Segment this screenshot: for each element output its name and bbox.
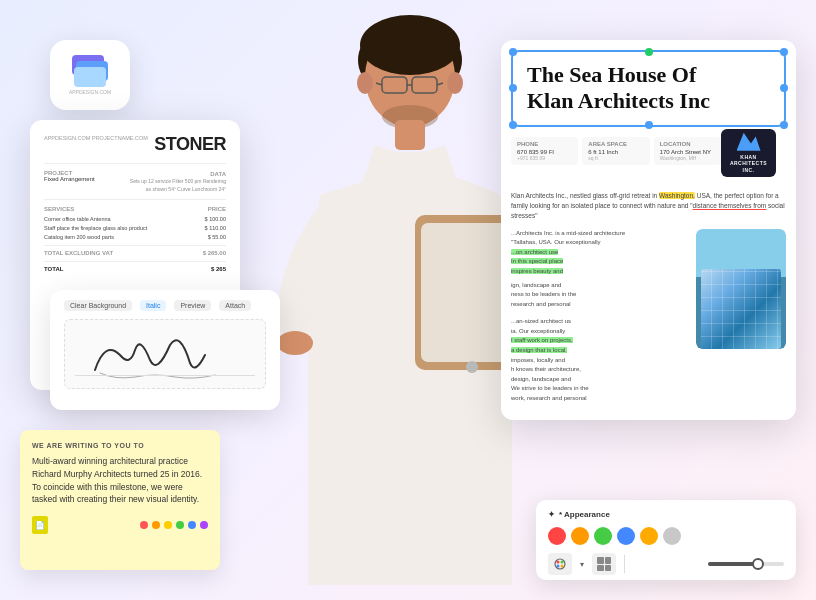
icon-layer-3 [74,67,106,87]
opacity-slider[interactable] [708,562,784,566]
attach-btn[interactable]: Attach [219,300,251,311]
card-document: The Sea House Of Klan Architects Inc Pho… [501,40,796,420]
doc-logo: KHAN ARCHITECTS INC. [721,129,776,178]
invoice-project-label: PROJECT Fixed Arrangement [44,170,95,193]
grid-cell-1 [597,557,604,564]
doc-description: Klan Architects Inc., nestled glass off-… [501,191,796,228]
invoice-header: APPDESIGN.COM PROJECTNAME.COM STONER [44,134,226,155]
appearance-title: ✦ * Appearance [548,510,784,519]
card-icon: APPDESIGN.COM [50,40,130,110]
signature-area[interactable] [64,319,266,389]
invoice-services-header: SERVICES PRICE [44,206,226,212]
svg-point-18 [557,561,560,564]
color-swatches [548,527,784,545]
slider-thumb[interactable] [752,558,764,570]
doc-text-col: ...Architects Inc. is a mid-sized archit… [511,229,688,404]
invoice-divider-2 [44,199,226,200]
invoice-divider-1 [44,163,226,164]
signature-toolbar: Clear Background Italic Preview Attach [64,300,266,311]
invoice-title: STONER [154,134,226,155]
invoice-service-item: Catalog item 200 wood parts$ 55.00 [44,234,226,240]
invoice-total: TOTAL $ 265 [44,261,226,272]
svg-point-21 [561,565,564,568]
note-category: WE ARE WRITING TO YOU TO [32,442,208,449]
doc-logo-text: KHAN ARCHITECTS INC. [727,154,770,174]
appearance-tools: ▾ [548,553,784,575]
card-appearance: ✦ * Appearance ▾ [536,500,796,580]
note-page-icon: 📄 [32,516,48,534]
grid-cell-2 [605,557,612,564]
doc-meta-item: Location170 Arch Street NYWashington, MH [654,137,721,165]
doc-building-image [696,229,786,349]
note-color-dot[interactable] [200,521,208,529]
corner-dot-br [780,121,788,129]
invoice-data-block: DATA Sets up 12 service Filter 500 pm Re… [126,170,226,193]
color-swatch[interactable] [640,527,658,545]
note-color-dots [140,521,208,529]
doc-meta-row: Phone670 835 99 FI+971 635 09Area Space6… [511,137,721,165]
icon-card-text: APPDESIGN.COM [69,89,111,95]
grid-cell-4 [605,565,612,572]
corner-dot-bm [645,121,653,129]
note-color-dot[interactable] [176,521,184,529]
note-color-dot[interactable] [152,521,160,529]
palette-tool[interactable] [548,553,572,575]
palette-icon [553,557,567,571]
preview-btn[interactable]: Preview [174,300,211,311]
note-color-dot[interactable] [140,521,148,529]
doc-meta-item: Phone670 835 99 FI+971 635 09 [511,137,578,165]
svg-point-4 [360,15,460,75]
layers-icon [72,55,108,85]
grid-tool[interactable] [592,553,616,575]
corner-dot-tl [509,48,517,56]
doc-meta-item: Area Space6 ft 11 Inchsq ft [582,137,649,165]
invoice-total-exc: TOTAL EXCLUDING VAT $ 265.00 [44,245,226,256]
grid-cell-3 [597,565,604,572]
building-grid-lines [701,269,781,349]
svg-point-3 [447,72,463,94]
invoice-service-item: Staff place the fireplace glass also pro… [44,225,226,231]
card-signature: Clear Background Italic Preview Attach [50,290,280,410]
invoice-project-row: PROJECT Fixed Arrangement DATA Sets up 1… [44,170,226,193]
scene: APPDESIGN.COM APPDESIGN.COM PROJECTNAME.… [0,0,816,600]
invoice-service-item: Corner office table Antenna$ 100.00 [44,216,226,222]
invoice-services-list: Corner office table Antenna$ 100.00Staff… [44,216,226,240]
svg-point-20 [557,565,560,568]
note-color-dot[interactable] [164,521,172,529]
slider-fill [708,562,754,566]
note-text: Multi-award winning architectural practi… [32,455,208,506]
svg-point-19 [561,561,564,564]
svg-point-2 [357,72,373,94]
note-footer: 📄 [32,516,208,534]
card-note: WE ARE WRITING TO YOU TO Multi-award win… [20,430,220,570]
doc-logo-icon [737,133,761,151]
invoice-from: APPDESIGN.COM PROJECTNAME.COM [44,134,148,142]
color-swatch[interactable] [663,527,681,545]
italic-btn[interactable]: Italic [140,300,166,311]
appearance-star-icon: ✦ [548,510,555,519]
doc-body-row: ...Architects Inc. is a mid-sized archit… [501,229,796,412]
color-swatch[interactable] [594,527,612,545]
corner-dot-bl [509,121,517,129]
building-visual [696,229,786,349]
signature-baseline [75,375,255,376]
svg-rect-11 [395,120,425,150]
svg-point-16 [466,361,478,373]
divider-separator [624,555,700,573]
svg-point-17 [555,559,565,569]
color-swatch[interactable] [617,527,635,545]
note-color-dot[interactable] [188,521,196,529]
corner-dot-tm [645,48,653,56]
building-glass-facade [701,269,781,349]
corner-dot-ml [509,84,517,92]
color-swatch[interactable] [548,527,566,545]
svg-point-12 [277,331,313,355]
grid-icon [597,557,611,571]
corner-dot-mr [780,84,788,92]
doc-title-box: The Sea House Of Klan Architects Inc [511,50,786,127]
color-swatch[interactable] [571,527,589,545]
doc-main-title: The Sea House Of Klan Architects Inc [527,62,770,115]
corner-dot-tr [780,48,788,56]
chevron-down-icon[interactable]: ▾ [580,560,584,569]
clear-btn[interactable]: Clear Background [64,300,132,311]
